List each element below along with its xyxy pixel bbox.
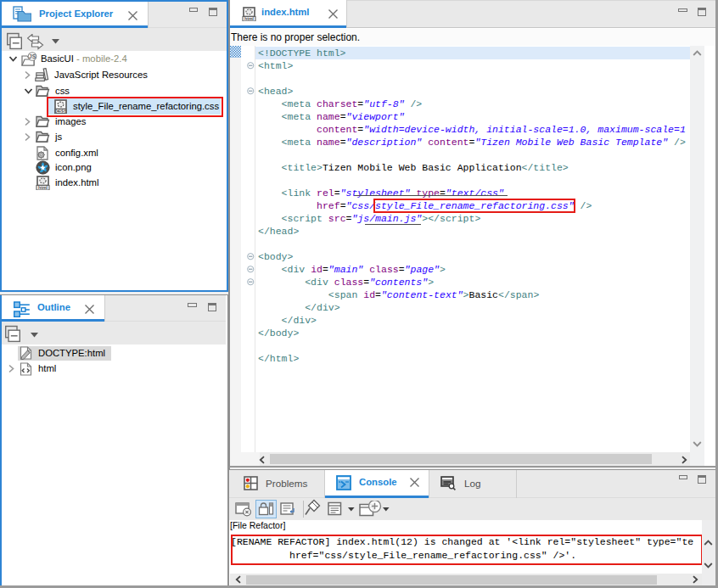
svg-text:JS: JS	[29, 53, 36, 59]
svg-text:html: html	[38, 185, 48, 190]
svg-text:html: html	[244, 16, 255, 21]
svg-text:CSS: CSS	[56, 109, 65, 114]
